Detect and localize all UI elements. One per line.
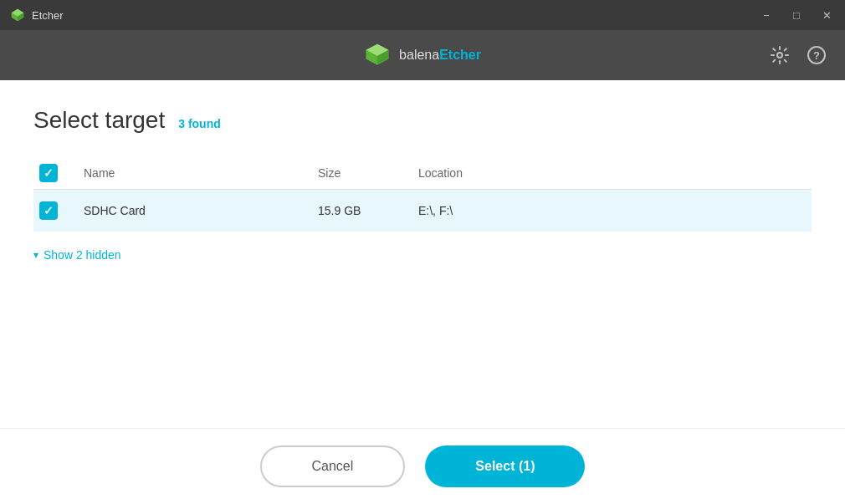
settings-button[interactable] [765,40,795,70]
col-header-size: Size [308,157,408,190]
gear-icon [771,46,789,64]
target-table: ✓ Name Size Location ✓ SDHC Card15.9 GBE [33,157,812,232]
row-location: E:\, F:\ [408,190,812,232]
show-hidden-link[interactable]: ▾ Show 2 hidden [33,248,812,262]
balena-logo-icon [364,42,391,69]
help-button[interactable]: ? [801,40,832,70]
svg-point-8 [777,53,782,58]
logo-etcher-text: Etcher [439,48,481,62]
minimize-button[interactable]: − [758,7,775,23]
row-name: SDHC Card [74,190,308,232]
maximize-button[interactable]: □ [788,7,805,23]
logo-area: balenaEtcher [364,42,481,69]
page-header: Select target 3 found [33,107,812,134]
window-controls: − □ ✕ [758,7,835,23]
checkmark-icon: ✓ [44,167,54,179]
main-content: Select target 3 found ✓ Name [0,80,845,504]
row-checkbox-cell[interactable]: ✓ [33,190,74,232]
table-row[interactable]: ✓ SDHC Card15.9 GBE:\, F:\ [33,190,812,232]
app-icon [10,8,25,23]
app-window: Etcher − □ ✕ balenaEtcher [0,0,845,504]
header-checkbox[interactable]: ✓ [39,164,58,182]
logo-balena-text: balena [399,48,439,62]
found-badge: 3 found [178,117,221,130]
row-checkbox[interactable]: ✓ [39,201,58,220]
app-title: Etcher [32,9,758,22]
col-header-name: Name [74,157,308,190]
title-bar: Etcher − □ ✕ [0,0,845,30]
header-bar: balenaEtcher ? [0,30,845,80]
table-header-row: ✓ Name Size Location [33,157,812,190]
help-icon: ? [807,46,826,64]
svg-text:?: ? [813,49,820,62]
header-checkbox-cell[interactable]: ✓ [33,157,74,190]
row-size: 15.9 GB [308,190,408,232]
checkmark-icon: ✓ [44,205,54,216]
header-actions: ? [765,40,832,70]
cancel-button[interactable]: Cancel [260,445,406,487]
close-button[interactable]: ✕ [818,7,835,23]
select-button[interactable]: Select (1) [425,445,585,487]
footer: Cancel Select (1) [0,428,845,504]
col-header-location: Location [408,157,812,190]
scroll-area[interactable]: Select target 3 found ✓ Name [0,80,845,428]
show-hidden-label: Show 2 hidden [44,248,121,262]
page-title: Select target [33,107,165,134]
logo-text: balenaEtcher [399,48,481,63]
chevron-down-icon: ▾ [33,249,38,261]
